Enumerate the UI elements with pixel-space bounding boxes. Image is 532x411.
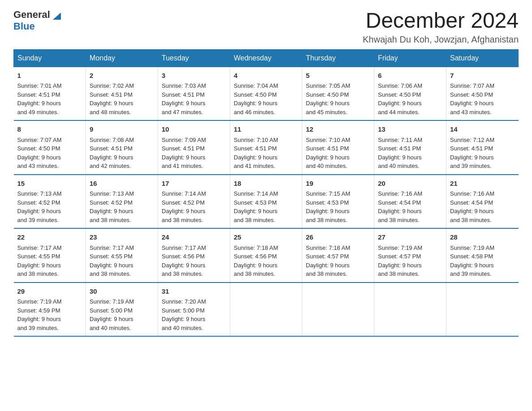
calendar-cell: 29Sunrise: 7:19 AMSunset: 4:59 PMDayligh… — [14, 283, 86, 337]
title-block: December 2024 Khwajah Du Koh, Jowzjan, A… — [363, 9, 519, 45]
day-number: 1 — [17, 71, 82, 81]
calendar-cell: 2Sunrise: 7:02 AMSunset: 4:51 PMDaylight… — [86, 67, 158, 120]
month-title: December 2024 — [363, 9, 519, 33]
day-number: 16 — [90, 179, 154, 189]
calendar-cell: 25Sunrise: 7:18 AMSunset: 4:56 PMDayligh… — [230, 228, 302, 283]
day-number: 3 — [162, 71, 226, 81]
day-number: 14 — [450, 124, 515, 135]
calendar-cell: 27Sunrise: 7:19 AMSunset: 4:57 PMDayligh… — [374, 228, 446, 283]
day-number: 20 — [378, 179, 442, 189]
calendar-cell: 9Sunrise: 7:08 AMSunset: 4:51 PMDaylight… — [86, 120, 158, 175]
calendar-cell: 16Sunrise: 7:13 AMSunset: 4:52 PMDayligh… — [86, 175, 158, 229]
day-number: 30 — [90, 287, 154, 297]
calendar-cell: 26Sunrise: 7:18 AMSunset: 4:57 PMDayligh… — [302, 228, 374, 283]
calendar-cell: 7Sunrise: 7:07 AMSunset: 4:50 PMDaylight… — [446, 67, 519, 120]
calendar-cell: 8Sunrise: 7:07 AMSunset: 4:50 PMDaylight… — [14, 120, 86, 175]
calendar-week-row: 22Sunrise: 7:17 AMSunset: 4:55 PMDayligh… — [14, 228, 519, 283]
day-number: 8 — [17, 124, 82, 135]
header-monday: Monday — [86, 49, 158, 67]
calendar-cell: 6Sunrise: 7:06 AMSunset: 4:50 PMDaylight… — [374, 67, 446, 120]
svg-marker-0 — [53, 13, 61, 20]
logo-arrow-icon — [53, 11, 61, 20]
page-header: General Blue December 2024 Khwajah Du Ko… — [13, 9, 519, 45]
day-number: 13 — [378, 124, 442, 135]
day-number: 18 — [234, 179, 298, 189]
calendar-week-row: 1Sunrise: 7:01 AMSunset: 4:51 PMDaylight… — [14, 67, 519, 120]
day-number: 27 — [378, 232, 442, 243]
logo-text-general: General — [13, 9, 50, 20]
calendar-week-row: 15Sunrise: 7:13 AMSunset: 4:52 PMDayligh… — [14, 175, 519, 229]
day-number: 25 — [234, 232, 298, 243]
header-tuesday: Tuesday — [158, 49, 230, 67]
day-number: 7 — [450, 71, 515, 81]
day-number: 21 — [450, 179, 515, 189]
calendar-cell: 19Sunrise: 7:15 AMSunset: 4:53 PMDayligh… — [302, 175, 374, 229]
calendar-cell: 31Sunrise: 7:20 AMSunset: 5:00 PMDayligh… — [158, 283, 230, 337]
calendar-cell: 10Sunrise: 7:09 AMSunset: 4:51 PMDayligh… — [158, 120, 230, 175]
day-number: 2 — [90, 71, 154, 81]
logo: General Blue — [13, 9, 61, 33]
calendar-cell: 13Sunrise: 7:11 AMSunset: 4:51 PMDayligh… — [374, 120, 446, 175]
calendar-cell: 21Sunrise: 7:16 AMSunset: 4:54 PMDayligh… — [446, 175, 519, 229]
calendar-cell: 15Sunrise: 7:13 AMSunset: 4:52 PMDayligh… — [14, 175, 86, 229]
calendar-cell: 20Sunrise: 7:16 AMSunset: 4:54 PMDayligh… — [374, 175, 446, 229]
header-wednesday: Wednesday — [230, 49, 302, 67]
day-number: 6 — [378, 71, 442, 81]
calendar-cell — [446, 283, 519, 337]
day-number: 22 — [17, 232, 82, 243]
calendar-table: SundayMondayTuesdayWednesdayThursdayFrid… — [13, 49, 519, 337]
day-number: 19 — [306, 179, 370, 189]
day-number: 15 — [17, 179, 82, 189]
calendar-cell: 17Sunrise: 7:14 AMSunset: 4:52 PMDayligh… — [158, 175, 230, 229]
header-friday: Friday — [374, 49, 446, 67]
calendar-cell: 1Sunrise: 7:01 AMSunset: 4:51 PMDaylight… — [14, 67, 86, 120]
calendar-week-row: 29Sunrise: 7:19 AMSunset: 4:59 PMDayligh… — [14, 283, 519, 337]
day-number: 17 — [162, 179, 226, 189]
day-number: 26 — [306, 232, 370, 243]
day-number: 5 — [306, 71, 370, 81]
calendar-cell: 3Sunrise: 7:03 AMSunset: 4:51 PMDaylight… — [158, 67, 230, 120]
calendar-cell: 14Sunrise: 7:12 AMSunset: 4:51 PMDayligh… — [446, 120, 519, 175]
calendar-cell — [302, 283, 374, 337]
day-number: 10 — [162, 124, 226, 135]
day-number: 24 — [162, 232, 226, 243]
calendar-cell: 22Sunrise: 7:17 AMSunset: 4:55 PMDayligh… — [14, 228, 86, 283]
day-number: 11 — [234, 124, 298, 135]
calendar-cell — [374, 283, 446, 337]
calendar-week-row: 8Sunrise: 7:07 AMSunset: 4:50 PMDaylight… — [14, 120, 519, 175]
header-saturday: Saturday — [446, 49, 519, 67]
day-number: 4 — [234, 71, 298, 81]
header-thursday: Thursday — [302, 49, 374, 67]
calendar-cell — [230, 283, 302, 337]
calendar-cell: 30Sunrise: 7:19 AMSunset: 5:00 PMDayligh… — [86, 283, 158, 337]
location-title: Khwajah Du Koh, Jowzjan, Afghanistan — [363, 34, 519, 45]
header-sunday: Sunday — [14, 49, 86, 67]
calendar-cell: 4Sunrise: 7:04 AMSunset: 4:50 PMDaylight… — [230, 67, 302, 120]
day-number: 12 — [306, 124, 370, 135]
calendar-cell: 18Sunrise: 7:14 AMSunset: 4:53 PMDayligh… — [230, 175, 302, 229]
calendar-cell: 5Sunrise: 7:05 AMSunset: 4:50 PMDaylight… — [302, 67, 374, 120]
day-number: 23 — [90, 232, 154, 243]
calendar-header-row: SundayMondayTuesdayWednesdayThursdayFrid… — [14, 49, 519, 67]
calendar-cell: 12Sunrise: 7:10 AMSunset: 4:51 PMDayligh… — [302, 120, 374, 175]
day-number: 29 — [17, 287, 82, 297]
calendar-cell: 11Sunrise: 7:10 AMSunset: 4:51 PMDayligh… — [230, 120, 302, 175]
day-number: 9 — [90, 124, 154, 135]
calendar-cell: 24Sunrise: 7:17 AMSunset: 4:56 PMDayligh… — [158, 228, 230, 283]
day-number: 28 — [450, 232, 515, 243]
day-number: 31 — [162, 287, 226, 297]
calendar-cell: 28Sunrise: 7:19 AMSunset: 4:58 PMDayligh… — [446, 228, 519, 283]
logo-text-blue: Blue — [13, 21, 35, 32]
calendar-cell: 23Sunrise: 7:17 AMSunset: 4:55 PMDayligh… — [86, 228, 158, 283]
